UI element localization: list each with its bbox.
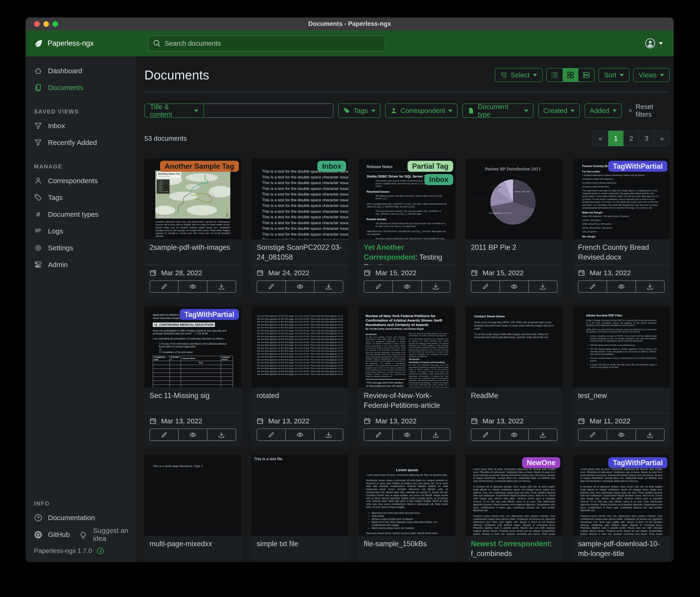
sidebar-item-correspondents[interactable]: Correspondents (26, 172, 136, 189)
card-title[interactable]: Sonstige ScanPC2022 03-24_081058 (257, 243, 343, 262)
view-button[interactable] (285, 429, 314, 440)
view-button[interactable] (285, 281, 314, 292)
title-content-dropdown[interactable]: Title & content (144, 103, 204, 118)
download-button[interactable] (207, 429, 236, 440)
download-button[interactable] (421, 429, 450, 440)
document-card[interactable]: Contact Sheet DemoGiven a set of image f… (466, 307, 562, 446)
search-input[interactable] (165, 40, 380, 47)
document-card[interactable]: Lorem ipsum dolor sit amet, consectetur … (573, 455, 670, 562)
document-card[interactable]: Review of New York Federal Petitions for… (359, 307, 455, 446)
document-card[interactable]: Patient BP Distribution 2011 Normal, 158… (466, 159, 562, 298)
view-button[interactable] (392, 429, 421, 440)
document-card[interactable]: This is a test for the double space char… (251, 159, 348, 298)
sidebar-item-settings[interactable]: Settings (26, 240, 136, 256)
card-title[interactable]: test_new (578, 391, 665, 401)
tag-badge[interactable]: Inbox (317, 161, 346, 172)
download-button[interactable] (635, 429, 664, 440)
tag-badge[interactable]: Inbox (425, 174, 453, 185)
edit-button[interactable] (364, 429, 392, 440)
view-button[interactable] (500, 429, 528, 440)
page-next-button[interactable]: » (654, 131, 670, 146)
download-button[interactable] (421, 281, 450, 292)
view-button[interactable] (178, 429, 207, 440)
card-title[interactable]: ReadMe (471, 391, 557, 401)
card-correspondent[interactable]: Yet Another Correspondent (364, 243, 416, 261)
download-button[interactable] (314, 281, 343, 292)
document-card[interactable]: Adobe Acrobat PDF FilesAdobe® Portable D… (573, 307, 670, 446)
detail-view-button[interactable] (578, 69, 594, 81)
close-window-button[interactable] (34, 21, 40, 27)
select-button[interactable]: Select (495, 68, 543, 82)
grid-view-button[interactable] (562, 69, 578, 81)
sidebar-item-documentation[interactable]: ? Documentation (26, 509, 136, 526)
minimize-window-button[interactable] (43, 21, 49, 27)
tag-badge[interactable]: TagWithPartial (180, 309, 239, 320)
page-3-button[interactable]: 3 (639, 131, 654, 146)
card-title[interactable]: rotated (257, 391, 343, 401)
tag-badge[interactable]: Another Sample Tag (160, 161, 239, 172)
download-button[interactable] (635, 281, 664, 292)
card-title[interactable]: French Country Bread Revised.docx (578, 243, 665, 262)
document-card[interactable]: Boundary Waters TripSix days in BWCA △ D… (144, 159, 241, 298)
filter-created-button[interactable]: Created (538, 103, 580, 118)
sidebar-item-admin[interactable]: Admin (26, 256, 136, 273)
edit-button[interactable] (150, 281, 178, 292)
document-card[interactable]: the text that appears on the first page.… (251, 307, 348, 446)
download-button[interactable] (528, 429, 557, 440)
document-card[interactable]: Release Notes Simba ODBC Driver for SQL … (359, 159, 455, 298)
card-title[interactable]: Sec 11-Missing sig (150, 391, 236, 401)
view-button[interactable] (607, 281, 635, 292)
info-icon[interactable]: i (97, 547, 104, 555)
download-button[interactable] (314, 429, 343, 440)
page-prev-button[interactable]: « (593, 131, 608, 146)
edit-button[interactable] (257, 429, 285, 440)
filter-added-button[interactable]: Added (584, 103, 622, 118)
sidebar-item-logs[interactable]: Logs (26, 223, 136, 240)
document-card[interactable]: This is a multi page document. Page 1. m… (144, 455, 241, 562)
document-card[interactable]: French Country BreadFor the Levain:1 hea… (573, 159, 670, 298)
zoom-window-button[interactable] (52, 21, 58, 27)
tag-badge[interactable]: TagWithPartial (608, 457, 667, 468)
sidebar-item-inbox[interactable]: Inbox (26, 117, 136, 134)
card-title[interactable]: simple txt file (257, 539, 343, 549)
page-2-button[interactable]: 2 (623, 131, 639, 146)
card-correspondent[interactable]: Newest Correspondent (471, 540, 550, 548)
edit-button[interactable] (150, 429, 178, 440)
brand[interactable]: Paperless-ngx (34, 30, 94, 56)
tag-badge[interactable]: TagWithPartial (608, 161, 667, 172)
document-card[interactable]: Lorem ipsumLorem ipsum dolor sit amet, c… (359, 455, 455, 562)
sidebar-item-tags[interactable]: Tags (26, 189, 136, 206)
document-card[interactable]: Lorem ipsum dolor sit amet, consectetur … (466, 455, 562, 562)
tag-badge[interactable]: NewOne (522, 457, 560, 468)
card-title[interactable]: sample-pdf-download-10-mb-longer-title (578, 539, 665, 558)
card-title[interactable]: 2sample-pdf-with-images (150, 243, 236, 253)
document-card[interactable]: Application for Medical Staff Membership… (144, 307, 241, 446)
user-menu[interactable] (645, 30, 663, 56)
sidebar-item-suggest-an-idea[interactable]: Suggest an idea (70, 526, 136, 543)
search-box[interactable] (148, 35, 385, 51)
edit-button[interactable] (471, 429, 500, 440)
edit-button[interactable] (578, 429, 607, 440)
sort-button[interactable]: Sort (598, 68, 629, 82)
card-title[interactable]: file-sample_150kBs (364, 539, 450, 549)
view-button[interactable] (607, 429, 635, 440)
document-card[interactable]: This is a test file. simple txt file (251, 455, 348, 562)
list-view-button[interactable] (547, 69, 562, 81)
page-1-button[interactable]: 1 (608, 131, 623, 146)
filter-text-input[interactable] (204, 103, 334, 118)
card-title[interactable]: Review-of-New-York-Federal-Petitions-art… (364, 391, 450, 410)
view-button[interactable] (178, 281, 207, 292)
sidebar-item-dashboard[interactable]: Dashboard (26, 63, 136, 79)
card-title[interactable]: Newest Correspondent: f_combineds (471, 539, 557, 558)
sidebar-item-document-types[interactable]: # Document types (26, 206, 136, 223)
edit-button[interactable] (364, 281, 392, 292)
tag-badge[interactable]: Partial Tag (407, 161, 453, 172)
sidebar-item-documents[interactable]: Documents (26, 79, 136, 96)
filter-tags-button[interactable]: Tags (338, 103, 380, 118)
view-button[interactable] (392, 281, 421, 292)
card-title[interactable]: 2011 BP Pie 2 (471, 243, 557, 253)
sidebar-item-recently-added[interactable]: Recently Added (26, 134, 136, 151)
download-button[interactable] (207, 281, 236, 292)
views-button[interactable]: Views (633, 68, 670, 82)
reset-filters-button[interactable]: ×Reset filters (628, 103, 670, 118)
